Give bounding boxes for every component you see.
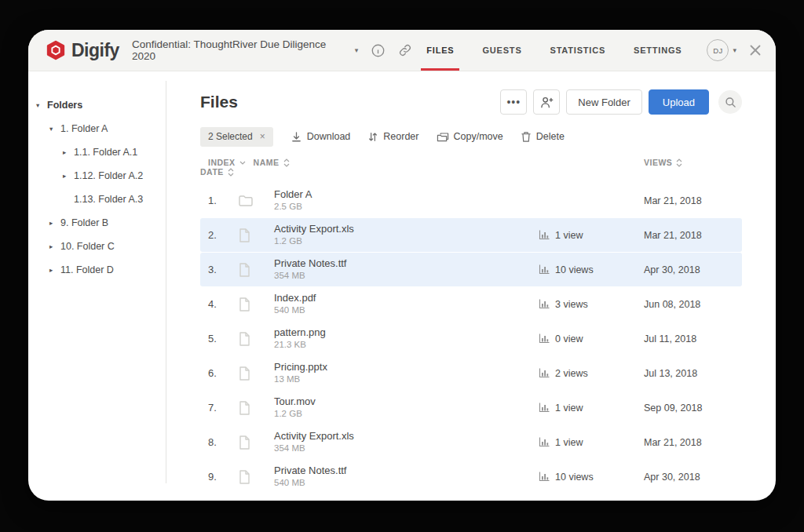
table-header: INDEX NAME VIEWS [200,151,742,184]
views-cell[interactable]: 3 views [539,299,644,310]
views-cell[interactable]: 1 view [539,403,644,414]
search-button[interactable] [718,90,742,114]
row-index: 6. [200,367,238,379]
selection-toolbar: 2 Selected × Download [200,126,742,147]
file-size: 540 MB [274,304,539,316]
file-date: Apr 30, 2018 [644,472,742,483]
sidebar-item-1-1-folder-a-1[interactable]: ▸1.1. Folder A.1 [28,140,166,164]
row-index: 2. [200,229,238,241]
clear-selection-icon[interactable]: × [260,131,265,142]
file-date: Apr 30, 2018 [644,264,742,275]
table-row[interactable]: 7. Tour.mov 1.2 GB [200,391,742,425]
file-date: Sep 09, 2018 [644,403,742,414]
column-header-views[interactable]: VIEWS [644,158,742,167]
caret-right-icon[interactable]: ▸ [49,242,60,250]
table-row[interactable]: 4. Index.pdf 540 MB [200,287,742,321]
file-date: Jun 08, 2018 [644,299,742,310]
sidebar-item-1-folder-a[interactable]: ▾1. Folder A [28,117,166,140]
copy-move-icon [437,131,449,143]
delete-action[interactable]: Delete [521,131,565,143]
files-panel: Files ••• New Folder Uplo [166,71,776,501]
views-cell[interactable]: 2 views [539,368,644,379]
folder-label: 9. Folder B [60,217,108,228]
views-count: 10 views [555,472,594,483]
views-cell[interactable]: 1 view [539,437,644,448]
caret-right-icon[interactable]: ▸ [63,148,74,156]
sidebar-item-11-folder-d[interactable]: ▸11. Folder D [28,258,166,282]
caret-right-icon[interactable]: ▸ [49,219,60,227]
tab-files[interactable]: FILES [421,30,459,71]
upload-button[interactable]: Upload [649,89,709,115]
more-options-button[interactable]: ••• [500,89,527,115]
folder-label: Folders [47,100,82,111]
views-count: 2 views [555,368,588,379]
caret-down-icon[interactable]: ▾ [49,125,60,133]
tab-settings[interactable]: SETTINGS [628,30,687,71]
file-icon [238,228,251,243]
table-row[interactable]: 1. Folder A 2.5 GB [200,184,742,217]
tab-statistics[interactable]: STATISTICS [545,30,612,71]
table-row[interactable]: 3. Private Notes.ttf 354 MB [200,253,742,286]
file-date: Mar 21, 2018 [644,195,742,206]
reorder-action[interactable]: Reorder [367,131,418,143]
link-icon[interactable] [398,43,412,57]
user-menu[interactable]: DJ ▾ [707,30,736,71]
column-header-index[interactable]: INDEX NAME [200,158,274,167]
caret-right-icon[interactable]: ▸ [63,172,74,180]
dataroom-title-dropdown[interactable]: Confidential: ThoughtRiver Due Diligence… [132,30,358,71]
file-date: Mar 21, 2018 [644,437,742,448]
file-size: 21.3 KB [274,339,539,351]
add-guest-button[interactable] [533,89,560,115]
folder-label: 1. Folder A [60,123,108,134]
bar-chart-icon [539,437,550,447]
copy-move-action[interactable]: Copy/move [437,131,503,143]
file-size: 1.2 GB [274,408,539,420]
sidebar-item-1-13-folder-a-3[interactable]: 1.13. Folder A.3 [28,188,166,211]
person-plus-icon [540,96,554,109]
dataroom-title: Confidential: ThoughtRiver Due Diligence… [132,38,349,62]
caret-right-icon[interactable]: ▸ [49,266,60,274]
views-cell[interactable]: 1 view [539,230,644,241]
digify-logo[interactable]: Digify [46,30,119,71]
table-row[interactable]: 8. Activity Export.xls 354 MB [200,425,742,459]
sort-down-icon [239,161,246,165]
row-index: 1. [200,195,238,206]
new-folder-button[interactable]: New Folder [566,89,641,115]
sidebar-item-folders[interactable]: ▾Folders [28,93,166,117]
column-header-date[interactable]: DATE [200,167,238,177]
download-action[interactable]: Download [291,131,351,143]
file-list: 1. Folder A 2.5 GB [200,184,742,501]
reorder-icon [367,131,378,143]
views-cell[interactable]: 10 views [539,472,644,483]
folder-label: 1.12. Folder A.2 [74,170,143,181]
table-row[interactable]: 6. Pricing.pptx 13 MB [200,356,742,390]
views-cell[interactable]: 10 views [539,264,644,275]
sidebar-item-9-folder-b[interactable]: ▸9. Folder B [28,211,166,235]
views-cell[interactable]: 0 view [539,333,644,344]
file-icon [238,262,251,278]
selected-count-chip[interactable]: 2 Selected × [200,127,273,147]
file-name: Private Notes.ttf [274,465,539,477]
caret-down-icon[interactable]: ▾ [36,101,47,109]
close-icon[interactable] [749,30,762,71]
digify-dataroom-window: Digify Confidential: ThoughtRiver Due Di… [28,30,776,501]
trash-icon [521,131,532,143]
table-row[interactable]: 9. Private Notes.ttf 540 MB [200,460,742,494]
views-count: 1 view [555,437,583,448]
chevron-down-icon: ▾ [733,46,736,54]
views-count: 3 views [555,299,588,310]
table-row[interactable]: 10. Index.pdf 21.3 KB [200,494,742,501]
bar-chart-icon [539,403,550,413]
tab-guests[interactable]: GUESTS [477,30,527,71]
bar-chart-icon [539,368,550,378]
sidebar-item-10-folder-c[interactable]: ▸10. Folder C [28,235,166,258]
file-name: Private Notes.ttf [274,257,539,270]
row-index: 7. [200,402,238,414]
table-row[interactable]: 5. pattern.png 21.3 KB [200,322,742,355]
file-icon [238,469,251,485]
digify-hexagon-icon [46,40,66,60]
table-row[interactable]: 2. Activity Export.xls 1.2 GB [200,218,742,252]
file-date: Jul 13, 2018 [644,368,742,379]
sidebar-item-1-12-folder-a-2[interactable]: ▸1.12. Folder A.2 [28,164,166,188]
info-icon[interactable] [371,43,386,58]
